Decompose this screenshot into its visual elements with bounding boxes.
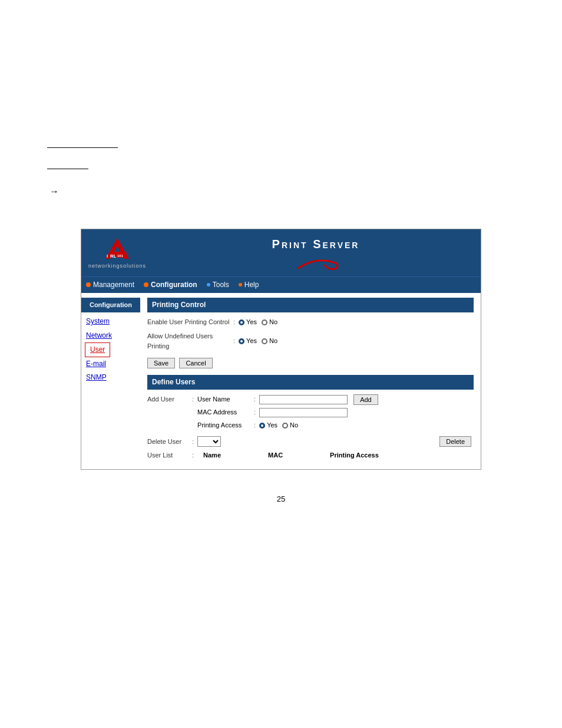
username-field-label: User Name — [197, 394, 250, 405]
nav-bar: Management Configuration Tools Help — [81, 276, 481, 293]
col-name: Name — [203, 450, 221, 461]
enable-yes-option[interactable]: Yes — [239, 317, 257, 328]
nav-dot-tools — [207, 283, 210, 286]
nav-label-management: Management — [93, 279, 134, 291]
allow-undefined-label: Allow Undefined Users Printing — [147, 331, 230, 352]
username-field-row: User Name : Add — [197, 394, 474, 405]
sidebar-item-network[interactable]: Network — [81, 329, 140, 342]
enable-user-printing-row: Enable User Printing Control : Yes No — [147, 317, 474, 328]
allow-colon: : — [233, 336, 235, 347]
enable-colon: : — [233, 317, 235, 328]
svg-text:101: 101 — [117, 254, 124, 258]
add-user-label: Add User — [147, 394, 189, 405]
printing-access-field-row: Printing Access : Yes No — [197, 420, 474, 431]
enable-no-radio[interactable] — [262, 319, 267, 325]
svg-text:I: I — [107, 253, 108, 259]
allow-yes-label: Yes — [246, 336, 257, 347]
user-list-columns: Name MAC Printing Access — [203, 450, 379, 461]
allow-undefined-row: Allow Undefined Users Printing : Yes No — [147, 331, 474, 352]
swirl-decoration — [292, 253, 339, 271]
allow-radio-group: Yes No — [239, 336, 277, 347]
add-user-button[interactable]: Add — [353, 394, 378, 405]
enable-no-option[interactable]: No — [262, 317, 277, 328]
screenshot-ui: RLINK I 101 networkingsolutions Print Se… — [81, 229, 481, 470]
printing-no-radio[interactable] — [282, 423, 288, 429]
app-title: Print Server — [272, 235, 360, 253]
sidebar-item-system[interactable]: System — [81, 315, 140, 328]
nav-label-help: Help — [244, 279, 259, 291]
cancel-button[interactable]: Cancel — [179, 358, 212, 368]
define-users-header: Define Users — [147, 375, 474, 390]
enable-yes-radio[interactable] — [239, 319, 244, 325]
allow-yes-radio[interactable] — [239, 338, 244, 344]
printing-yes-radio[interactable] — [259, 423, 265, 429]
enable-yes-label: Yes — [246, 317, 257, 328]
add-user-colon: : — [192, 394, 194, 405]
mac-colon: : — [254, 407, 256, 418]
mac-field-row: MAC Address : — [197, 407, 474, 418]
sidebar-item-email[interactable]: E-mail — [81, 357, 140, 371]
allow-no-label: No — [269, 336, 277, 347]
enable-radio-group: Yes No — [239, 317, 277, 328]
user-list-colon: : — [192, 450, 194, 461]
printing-yes-label: Yes — [267, 420, 277, 431]
logo-text: networkingsolutions — [88, 262, 146, 270]
enable-no-label: No — [269, 317, 277, 328]
page-number: 25 — [47, 482, 515, 518]
sidebar-header: Configuration — [81, 298, 140, 313]
allow-no-option[interactable]: No — [262, 336, 277, 347]
add-user-row: Add User : User Name : Add MAC Address — [147, 394, 474, 433]
delete-user-label: Delete User — [147, 437, 189, 447]
mac-input[interactable] — [259, 408, 348, 417]
sidebar-item-snmp[interactable]: SNMP — [81, 371, 140, 384]
airlink-logo-icon: RLINK I 101 — [100, 235, 135, 262]
nav-help[interactable]: Help — [239, 279, 259, 291]
user-list-row: User List : Name MAC Printing Access — [147, 450, 474, 461]
delete-user-select[interactable] — [197, 436, 221, 447]
add-user-fields: User Name : Add MAC Address : — [197, 394, 474, 433]
nav-label-tools: Tools — [213, 279, 229, 291]
nav-management[interactable]: Management — [86, 279, 134, 291]
delete-colon: : — [192, 437, 194, 447]
app-header: RLINK I 101 networkingsolutions Print Se… — [81, 229, 481, 276]
app-body: Configuration System Network User E-mail… — [81, 293, 481, 469]
horizontal-rule-2 — [47, 169, 88, 169]
save-button[interactable]: Save — [147, 358, 175, 368]
sidebar-item-user[interactable]: User — [85, 342, 110, 357]
printing-no-option[interactable]: No — [282, 420, 298, 431]
printing-yes-option[interactable]: Yes — [259, 420, 277, 431]
sidebar: Configuration System Network User E-mail… — [81, 293, 140, 469]
user-list-label: User List — [147, 450, 189, 461]
logo-area: RLINK I 101 networkingsolutions — [88, 235, 146, 270]
allow-no-radio[interactable] — [262, 338, 267, 344]
nav-dot-management — [86, 282, 91, 287]
title-area: Print Server — [158, 235, 474, 271]
printing-control-header: Printing Control — [147, 298, 474, 312]
nav-dot-configuration — [144, 282, 148, 287]
delete-user-row: Delete User : Delete — [147, 436, 474, 447]
horizontal-rule-1 — [47, 147, 118, 148]
allow-yes-option[interactable]: Yes — [239, 336, 257, 347]
printing-no-label: No — [290, 420, 298, 431]
main-panel: Printing Control Enable User Printing Co… — [140, 293, 481, 469]
nav-configuration[interactable]: Configuration — [144, 279, 197, 291]
doc-para1: → — [47, 184, 515, 199]
col-mac: MAC — [268, 450, 283, 461]
printing-access-field-label: Printing Access — [197, 420, 250, 431]
enable-user-printing-label: Enable User Printing Control — [147, 317, 230, 328]
username-input[interactable] — [259, 395, 348, 404]
nav-label-configuration: Configuration — [151, 279, 197, 291]
delete-button[interactable]: Delete — [439, 436, 471, 447]
define-users-form: Add User : User Name : Add MAC Address — [147, 394, 474, 461]
mac-field-label: MAC Address — [197, 407, 250, 418]
username-colon: : — [254, 394, 256, 405]
nav-dot-help — [239, 283, 242, 286]
printing-access-radio-group: Yes No — [259, 420, 298, 431]
col-printing-access: Printing Access — [330, 450, 379, 461]
save-cancel-row: Save Cancel — [147, 358, 474, 369]
nav-tools[interactable]: Tools — [207, 279, 229, 291]
printing-access-colon: : — [254, 420, 256, 431]
arrow-symbol: → — [49, 184, 59, 199]
